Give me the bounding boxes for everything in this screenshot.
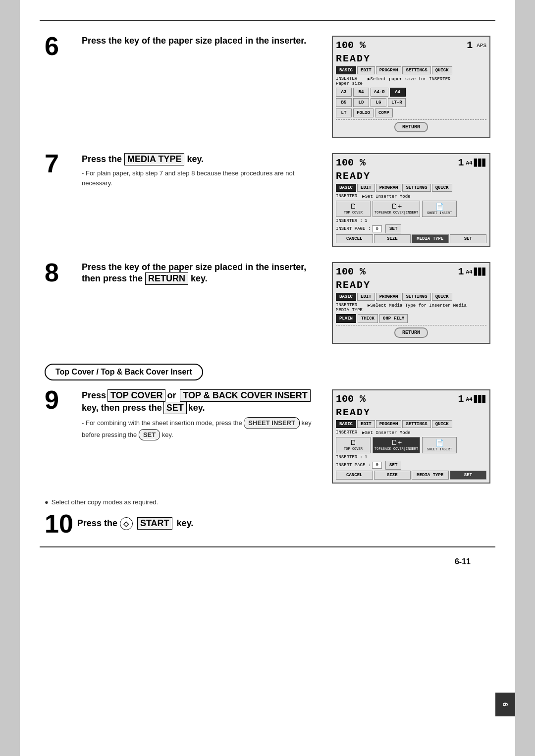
media-type-key[interactable]: MEDIA TYPE xyxy=(124,153,184,165)
lcd-9-bottom-row: CANCEL SIZE MEDIA TYPE SET xyxy=(336,471,486,480)
lcd-6-aps: APS xyxy=(477,43,486,49)
lcd-7-tab-basic[interactable]: BASIC xyxy=(336,184,356,192)
lcd-8-tab-settings[interactable]: SETTINGS xyxy=(402,293,430,301)
lcd-7-bars: ▊▊▊ xyxy=(474,159,486,167)
sheet-insert-key[interactable]: SHEET INSERT xyxy=(244,417,300,429)
lcd-btn-ltr[interactable]: LT-R xyxy=(388,98,406,107)
lcd-8-tab-edit[interactable]: EDIT xyxy=(357,293,375,301)
lcd-7-set[interactable]: SET xyxy=(450,234,487,243)
lcd-8-num: 1 xyxy=(458,266,464,277)
lcd-btn-a4[interactable]: A4 xyxy=(390,88,406,97)
lcd-btn-folio[interactable]: FOLIO xyxy=(353,108,374,117)
lcd-7-inserter-label: INSERTER : xyxy=(336,218,363,223)
lcd-9-tab-edit[interactable]: EDIT xyxy=(357,420,375,428)
start-key[interactable]: START xyxy=(137,517,172,530)
lcd-9-ready: READY xyxy=(336,407,486,418)
lcd-6-tabs: BASIC EDIT PROGRAM SETTINGS QUICK xyxy=(336,66,486,74)
lcd-7-set-btn[interactable]: SET xyxy=(385,224,401,233)
lcd-9-set-btn[interactable]: SET xyxy=(385,461,401,470)
step-7-row: 7 Press the MEDIA TYPE key. - For plain … xyxy=(45,153,490,247)
return-key-8[interactable]: RETURN xyxy=(145,272,188,285)
lcd-btn-lt[interactable]: LT xyxy=(336,108,352,117)
content-area: 6 Press the key of the paper size placed… xyxy=(20,36,515,537)
lcd-9-a4-text: A4 xyxy=(466,396,473,402)
lcd-7-ready: READY xyxy=(336,170,486,182)
lcd-8-tab-basic[interactable]: BASIC xyxy=(336,293,356,301)
lcd-9-top-back-btn[interactable]: 🗋+ TOP&BACK COVER|INSERT xyxy=(373,437,420,453)
top-back-cover-key[interactable]: TOP & BACK COVER INSERT xyxy=(180,389,310,402)
bullet-note: Select other copy modes as required. xyxy=(45,498,490,506)
lcd-7-insert-page-label: INSERT PAGE : xyxy=(336,226,371,231)
lcd-9-top-cover-label: TOP COVER xyxy=(338,447,369,451)
step-10-text2: key. xyxy=(177,518,194,528)
lcd-9-top-back-icon: 🗋+ xyxy=(374,439,418,447)
lcd-btn-b5[interactable]: B5 xyxy=(336,98,352,107)
lcd-6-return[interactable]: RETURN xyxy=(394,122,428,132)
lcd-7-media-type[interactable]: MEDIA TYPE xyxy=(412,234,449,243)
lcd-6-tab-program[interactable]: PROGRAM xyxy=(376,66,402,74)
lcd-9-size[interactable]: SIZE xyxy=(374,471,411,480)
lcd-7-insert-page-row: INSERT PAGE : 0 SET xyxy=(336,224,486,233)
lcd-9-media-type[interactable]: MEDIA TYPE xyxy=(412,471,449,480)
lcd-7-cancel[interactable]: CANCEL xyxy=(336,234,373,243)
lcd-8-tab-quick[interactable]: QUICK xyxy=(432,293,452,301)
lcd-9-inserter-row: INSERTER : 1 xyxy=(336,455,486,460)
lcd-6-tab-basic[interactable]: BASIC xyxy=(336,66,356,74)
lcd-9-top-cover-btn[interactable]: 🗋 TOP COVER xyxy=(336,437,371,453)
lcd-8-a4-text: A4 xyxy=(466,269,473,275)
lcd-9-cancel[interactable]: CANCEL xyxy=(336,471,373,480)
lcd-6-ready: READY xyxy=(336,53,486,64)
lcd-7-tab-settings[interactable]: SETTINGS xyxy=(402,184,430,192)
lcd-7-top-cover-btn[interactable]: 🗋 TOP COVER xyxy=(336,201,371,217)
step-7-title: Press the MEDIA TYPE key. xyxy=(82,153,322,165)
step-6-number: 6 xyxy=(45,33,72,59)
lcd-btn-ohp[interactable]: OHP FILM xyxy=(379,314,408,323)
lcd-7-tab-quick[interactable]: QUICK xyxy=(432,184,452,192)
lcd-9-tab-basic[interactable]: BASIC xyxy=(336,420,356,428)
lcd-9-tab-quick[interactable]: QUICK xyxy=(432,420,452,428)
step-7-desc: - For plain paper, skip step 7 and step … xyxy=(82,168,322,188)
set-key-9[interactable]: SET xyxy=(163,402,187,414)
lcd-7-tab-program[interactable]: PROGRAM xyxy=(376,184,402,192)
lcd-9-icons-row: 🗋 TOP COVER 🗋+ TOP&BACK COVER|INSERT 📄 S… xyxy=(336,437,486,453)
lcd-7-size[interactable]: SIZE xyxy=(374,234,411,243)
lcd-btn-comp[interactable]: COMP xyxy=(375,108,393,117)
lcd-7-tab-edit[interactable]: EDIT xyxy=(357,184,375,192)
top-back-icon: 🗋+ xyxy=(374,203,418,211)
lcd-6-tab-quick[interactable]: QUICK xyxy=(432,66,452,74)
lcd-7-info: INSERTER ▶Set Inserter Mode xyxy=(336,194,486,199)
step-9-screen: 100 % 1 A4 ▊▊▊ READY BASIC EDIT PROGRAM … xyxy=(332,389,490,484)
lcd-9-sheet-insert-icon: 📄 xyxy=(424,439,455,447)
lcd-6-tab-settings[interactable]: SETTINGS xyxy=(402,66,430,74)
step-6-content: Press the key of the paper size placed i… xyxy=(82,36,322,49)
lcd-9-tab-settings[interactable]: SETTINGS xyxy=(402,420,430,428)
lcd-9-inserter-label: INSERTER : xyxy=(336,455,363,460)
lcd-7-info-label: INSERTER xyxy=(336,194,357,199)
lcd-9-sheet-insert-btn[interactable]: 📄 SHEET INSERT xyxy=(422,437,457,453)
lcd-6-tab-edit[interactable]: EDIT xyxy=(357,66,375,74)
top-back-label: TOP&BACK COVER|INSERT xyxy=(374,211,418,215)
lcd-9-set[interactable]: SET xyxy=(450,471,487,480)
set-key-9b[interactable]: SET xyxy=(139,429,160,441)
lcd-9-info: INSERTER ▶Set Inserter Mode xyxy=(336,430,486,435)
lcd-7-percent: 100 % xyxy=(336,157,366,168)
top-cover-key[interactable]: TOP COVER xyxy=(107,389,165,402)
lcd-btn-plain[interactable]: PLAIN xyxy=(336,314,356,323)
lcd-btn-a3[interactable]: A3 xyxy=(336,88,352,97)
lcd-7-sheet-insert-btn[interactable]: 📄 SHEET INSERT xyxy=(422,201,457,217)
lcd-7-inserter-val: 1 xyxy=(365,218,367,223)
lcd-btn-a4r[interactable]: A4-R xyxy=(371,88,388,97)
lcd-9-tab-program[interactable]: PROGRAM xyxy=(376,420,402,428)
lcd-7-top-back-btn[interactable]: 🗋+ TOP&BACK COVER|INSERT xyxy=(373,201,420,217)
lcd-btn-thick[interactable]: THICK xyxy=(358,314,378,323)
lcd-8-return[interactable]: RETURN xyxy=(394,327,428,338)
lcd-btn-ld[interactable]: LD xyxy=(353,98,369,107)
sheet-insert-label: SHEET INSERT xyxy=(424,211,455,215)
lcd-6-divider xyxy=(336,119,486,120)
lcd-7-icons-row: 🗋 TOP COVER 🗋+ TOP&BACK COVER|INSERT 📄 S… xyxy=(336,201,486,217)
lcd-btn-lg[interactable]: LG xyxy=(371,98,386,107)
lcd-9-sheet-insert-label: SHEET INSERT xyxy=(424,447,455,451)
lcd-8-tab-program[interactable]: PROGRAM xyxy=(376,293,402,301)
top-rule xyxy=(40,20,495,21)
lcd-btn-b4[interactable]: B4 xyxy=(353,88,369,97)
